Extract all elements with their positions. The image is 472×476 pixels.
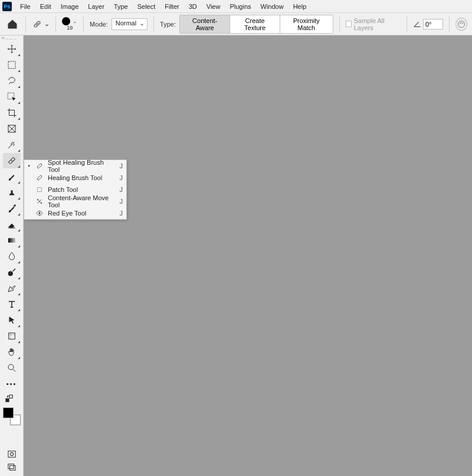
mode-value: Normal (116, 19, 136, 27)
flyout-healing-brush[interactable]: Healing Brush Tool J (24, 172, 126, 184)
mode-select[interactable]: Normal (112, 18, 148, 30)
svg-rect-22 (37, 175, 42, 180)
type-create-texture-button[interactable]: Create Texture (230, 15, 279, 33)
svg-point-14 (8, 364, 14, 370)
sample-all-layers-checkbox[interactable]: Sample All Layers (346, 17, 401, 31)
mode-label: Mode: (90, 21, 108, 28)
flyout-patch[interactable]: Patch Tool J (24, 184, 126, 195)
divider (83, 17, 84, 32)
flyout-red-eye[interactable]: Red Eye Tool J (24, 207, 126, 219)
gradient-tool[interactable] (3, 233, 21, 248)
tool-preset-picker[interactable]: ⌄ (32, 19, 50, 30)
eye-icon (35, 208, 44, 218)
frame-tool[interactable] (3, 121, 21, 136)
pen-tool[interactable] (3, 281, 21, 296)
bandage-icon (32, 19, 42, 30)
bandage-icon (35, 173, 44, 182)
flyout-content-aware-move[interactable]: Content-Aware Move Tool J (24, 195, 126, 207)
edit-toolbar-button[interactable]: ••• (3, 376, 21, 392)
app-icon: Ps (2, 2, 12, 11)
active-mark-icon: • (27, 163, 31, 169)
svg-point-18 (10, 452, 13, 455)
blur-tool[interactable] (3, 249, 21, 264)
dodge-tool[interactable] (3, 265, 21, 280)
foreground-color-swatch[interactable] (3, 407, 14, 418)
canvas-area[interactable] (24, 35, 472, 476)
workspace: ›› ┈┈┈ ••• (0, 35, 472, 476)
flyout-shortcut: J (120, 162, 123, 169)
type-proximity-match-button[interactable]: Proximity Match (280, 15, 333, 33)
checkbox-icon (346, 21, 352, 27)
flyout-spot-healing-brush[interactable]: • Spot Healing Brush Tool J (24, 160, 126, 172)
flyout-shortcut: J (120, 186, 123, 193)
divider (55, 17, 56, 32)
patch-icon (35, 185, 44, 194)
svg-point-3 (38, 23, 38, 24)
menu-file[interactable]: File (15, 1, 35, 12)
svg-point-12 (8, 272, 13, 276)
brush-tool[interactable] (3, 169, 21, 184)
menu-help[interactable]: Help (289, 1, 312, 12)
move-arrows-icon (35, 197, 44, 206)
menu-view[interactable]: View (202, 1, 225, 12)
color-swatches[interactable] (3, 407, 21, 425)
eraser-tool[interactable] (3, 217, 21, 232)
svg-rect-19 (8, 464, 14, 469)
svg-point-9 (11, 160, 12, 161)
menu-image[interactable]: Image (56, 1, 84, 12)
menu-3d[interactable]: 3D (184, 1, 202, 12)
lasso-tool[interactable] (3, 73, 21, 89)
angle-input[interactable] (423, 19, 443, 30)
menu-select[interactable]: Select (133, 1, 160, 12)
brush-angle-field[interactable] (413, 19, 443, 30)
svg-rect-23 (38, 188, 42, 192)
brush-swatch-icon (62, 17, 70, 25)
divider (407, 17, 407, 32)
zoom-tool[interactable] (3, 360, 21, 376)
flyout-label: Red Eye Tool (48, 210, 116, 217)
svg-rect-11 (8, 238, 15, 243)
marquee-tool[interactable] (3, 57, 21, 73)
pressure-size-button[interactable] (455, 18, 467, 31)
quick-mask-button[interactable] (5, 449, 19, 459)
clone-stamp-tool[interactable] (3, 185, 21, 200)
history-brush-tool[interactable] (3, 201, 21, 216)
object-selection-tool[interactable] (3, 89, 21, 105)
eyedropper-tool[interactable] (3, 137, 21, 152)
path-selection-tool[interactable] (3, 312, 21, 328)
shape-tool[interactable] (3, 328, 21, 344)
crop-tool[interactable] (3, 105, 21, 120)
svg-rect-20 (9, 465, 15, 470)
move-tool[interactable] (3, 41, 21, 57)
screen-mode-button[interactable] (5, 462, 19, 472)
sample-all-layers-label: Sample All Layers (354, 17, 401, 31)
menu-edit[interactable]: Edit (35, 1, 56, 12)
flyout-shortcut: J (120, 174, 123, 181)
menu-type[interactable]: Type (109, 1, 133, 12)
type-content-aware-button[interactable]: Content-Aware (180, 15, 230, 33)
toolbar-collapse-chevron[interactable]: ›› (1, 35, 5, 41)
menu-layer[interactable]: Layer (83, 1, 109, 12)
svg-point-2 (36, 25, 37, 25)
spot-healing-brush-tool[interactable] (3, 153, 21, 168)
svg-point-4 (458, 21, 464, 27)
brush-preset-picker[interactable]: ⌄ 19 (62, 17, 77, 31)
svg-rect-15 (6, 399, 9, 402)
chevron-down-icon: ⌄ (73, 19, 77, 24)
toolbar: ›› ┈┈┈ ••• (0, 35, 24, 476)
type-segmented: Content-Aware Create Texture Proximity M… (179, 15, 333, 34)
hand-tool[interactable] (3, 344, 21, 360)
type-tool[interactable] (3, 296, 21, 312)
svg-point-1 (37, 24, 38, 24)
menu-bar: Ps File Edit Image Layer Type Select Fil… (0, 0, 472, 13)
divider (25, 17, 26, 32)
home-icon (6, 18, 18, 30)
svg-rect-17 (8, 451, 15, 458)
flyout-label: Content-Aware Move Tool (48, 194, 116, 208)
menu-filter[interactable]: Filter (160, 1, 183, 12)
divider (449, 17, 450, 32)
menu-plugins[interactable]: Plugins (225, 1, 255, 12)
swap-colors-button[interactable] (2, 393, 17, 404)
menu-window[interactable]: Window (256, 1, 289, 12)
home-button[interactable] (5, 16, 19, 32)
